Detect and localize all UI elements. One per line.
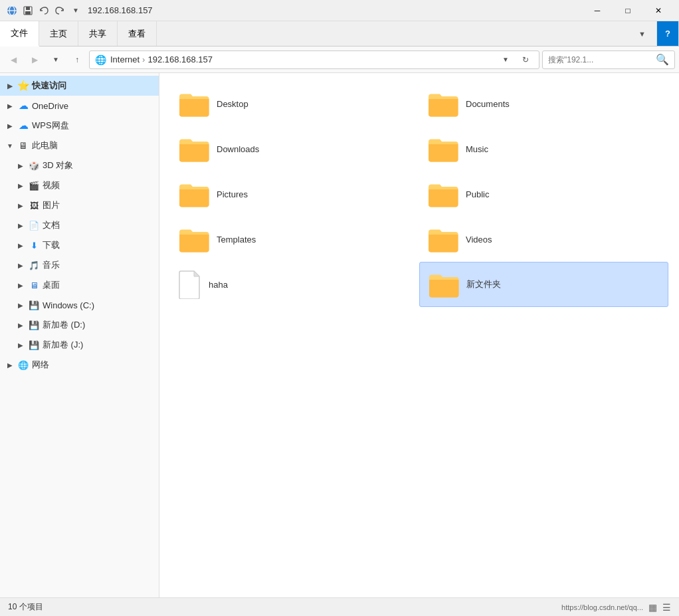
ribbon-dropdown[interactable]: ▼ [628,21,657,46]
sidebar-item-desktop[interactable]: ▶ 🖥 桌面 [0,275,159,295]
pictures-icon: 🖼 [28,199,40,211]
tab-share[interactable]: 共享 [78,21,118,46]
drive-c-icon: 💾 [28,299,40,311]
list-item[interactable]: Pictures [170,171,419,217]
help-button[interactable]: ? [657,21,679,46]
search-icon[interactable]: 🔍 [656,53,669,66]
maximize-button[interactable]: □ [613,0,643,21]
sidebar-item-music[interactable]: ▶ 🎵 音乐 [0,255,159,275]
folder-icon [427,180,459,208]
sidebar-item-drive-d[interactable]: ▶ 💾 新加卷 (D:) [0,315,159,335]
list-item[interactable]: Documents [419,81,668,126]
file-content: Desktop Documents [159,73,679,597]
file-icon [178,270,202,299]
chevron-icon: ▶ [16,282,25,289]
chevron-icon: ▶ [16,202,25,209]
file-name: Pictures [217,189,248,199]
redo-icon[interactable] [53,4,66,17]
drive-j-icon: 💾 [28,339,40,351]
chevron-icon: ▶ [16,342,25,349]
sidebar-item-quick-access[interactable]: ▶ ⭐ 快速访问 [0,76,159,96]
file-name: Templates [217,235,256,245]
list-view-button[interactable]: ☰ [662,602,671,613]
list-item[interactable]: Videos [419,217,668,262]
chevron-icon: ▶ [5,102,15,110]
list-item[interactable]: haha [170,262,419,307]
dropdown-icon[interactable]: ▼ [69,4,82,17]
window-controls: ─ □ ✕ [582,0,674,21]
folder-icon [427,225,459,253]
file-name: haha [209,280,228,290]
pc-icon: 🖥 [17,140,29,152]
sidebar-item-windows-c[interactable]: ▶ 💾 Windows (C:) [0,295,159,315]
list-item[interactable]: Public [419,171,668,217]
onedrive-icon: ☁ [17,100,29,112]
up-button[interactable]: ↑ [68,51,86,69]
list-item[interactable]: 新文件夹 [419,262,668,307]
desktop-icon: 🖥 [28,279,40,291]
chevron-icon: ▼ [5,142,15,150]
tab-home[interactable]: 主页 [39,21,78,46]
address-dropdown[interactable]: ▼ [498,52,514,68]
chevron-icon: ▶ [5,361,15,369]
recent-button[interactable]: ▼ [47,51,65,69]
back-button[interactable]: ◀ [4,51,23,69]
status-right: https://blog.csdn.net/qq... ▦ ☰ [561,602,671,613]
search-input[interactable] [548,55,653,64]
status-bar: 10 个项目 https://blog.csdn.net/qq... ▦ ☰ [0,597,679,616]
file-name: Documents [466,99,510,109]
music-icon: 🎵 [28,259,40,271]
wps-icon: ☁ [17,120,29,132]
grid-view-button[interactable]: ▦ [648,602,657,613]
sidebar-item-network[interactable]: ▶ 🌐 网络 [0,355,159,375]
downloads-icon: ⬇ [28,239,40,251]
sidebar-item-onedrive[interactable]: ▶ ☁ OneDrive [0,96,159,116]
sidebar-item-this-pc[interactable]: ▼ 🖥 此电脑 [0,136,159,155]
network-icon: 🌐 [17,359,29,371]
undo-icon[interactable] [37,4,50,17]
list-item[interactable]: Templates [170,217,419,262]
save-icon[interactable] [21,4,35,17]
list-item[interactable]: Downloads [170,126,419,171]
file-name: Music [466,144,488,154]
minimize-button[interactable]: ─ [582,0,613,21]
folder-icon [178,135,210,163]
file-name: Public [466,189,489,199]
sidebar-item-downloads[interactable]: ▶ ⬇ 下载 [0,235,159,255]
sidebar-item-documents[interactable]: ▶ 📄 文档 [0,215,159,235]
address-bar: ◀ ▶ ▼ ↑ 🌐 Internet › 192.168.168.157 ▼ ↻… [0,47,679,73]
chevron-icon: ▶ [5,122,15,130]
folder-icon [178,90,210,118]
tab-file[interactable]: 文件 [0,21,39,47]
title-bar-icons: ▼ [5,4,82,17]
folder-icon [178,180,210,208]
sidebar-item-drive-j[interactable]: ▶ 💾 新加卷 (J:) [0,335,159,355]
close-button[interactable]: ✕ [643,0,674,21]
address-input[interactable]: 🌐 Internet › 192.168.168.157 ▼ ↻ [89,51,539,69]
sidebar-item-3d-objects[interactable]: ▶ 🎲 3D 对象 [0,155,159,175]
sidebar-item-wps[interactable]: ▶ ☁ WPS网盘 [0,116,159,136]
list-item[interactable]: Desktop [170,81,419,126]
breadcrumb: Internet › 192.168.168.157 [110,54,213,64]
refresh-button[interactable]: ↻ [518,52,534,68]
chevron-icon: ▶ [5,82,15,90]
ribbon: 文件 主页 共享 查看 ▼ ? [0,21,679,47]
chevron-icon: ▶ [16,222,25,229]
main-layout: ▶ ⭐ 快速访问 ▶ ☁ OneDrive ▶ ☁ WPS网盘 ▼ 🖥 此电脑 … [0,73,679,597]
3d-icon: 🎲 [28,159,40,171]
file-name: 新文件夹 [466,278,501,290]
breadcrumb-address[interactable]: 192.168.168.157 [147,54,213,64]
breadcrumb-internet[interactable]: Internet [110,54,140,64]
forward-button[interactable]: ▶ [25,51,44,69]
drive-d-icon: 💾 [28,319,40,331]
sidebar-item-videos[interactable]: ▶ 🎬 视频 [0,175,159,195]
folder-icon [427,90,459,118]
sidebar-item-pictures[interactable]: ▶ 🖼 图片 [0,195,159,215]
file-name: Videos [466,235,492,245]
list-item[interactable]: Music [419,126,668,171]
chevron-icon: ▶ [16,242,25,249]
search-box[interactable]: 🔍 [542,51,675,69]
quick-access-icon: ⭐ [17,80,29,92]
app-icon [5,4,19,17]
tab-view[interactable]: 查看 [118,21,157,46]
